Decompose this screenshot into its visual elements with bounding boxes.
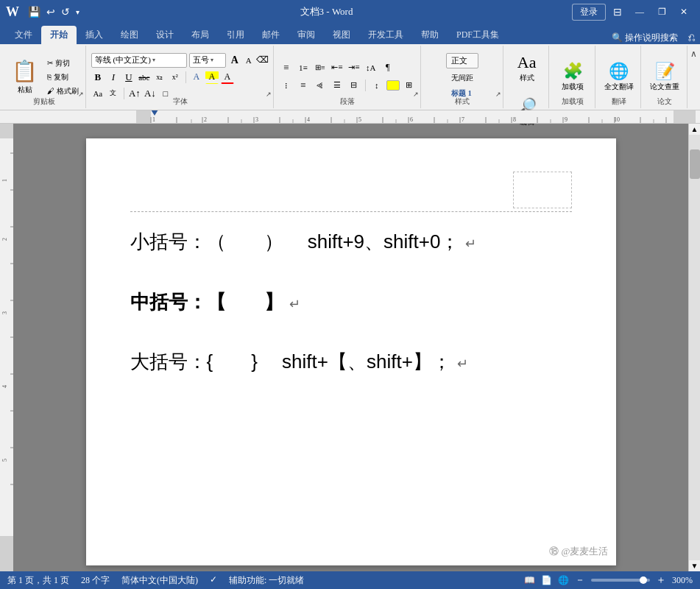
align-right-button[interactable]: ⫷ (313, 78, 328, 93)
paragraph-expand-icon[interactable]: ↗ (413, 91, 419, 98)
tab-design[interactable]: 设计 (147, 26, 183, 44)
format-painter-button[interactable]: 🖌 格式刷 (44, 85, 82, 98)
zoom-percentage[interactable]: 300% (672, 575, 693, 586)
left-vertical-ruler: 1 2 3 4 5 (0, 124, 13, 571)
style-button[interactable]: Aa 样式 (509, 47, 545, 88)
title-bar: W 💾 ↩ ↺ ▾ 文档3 - Word 登录 ⊟ — ❐ ✕ (0, 0, 700, 24)
login-button[interactable]: 登录 (572, 4, 606, 21)
increase-list-indent-button[interactable]: ⇥≡ (347, 60, 361, 75)
right-scrollbar[interactable]: ▲ ▼ (688, 124, 700, 571)
scroll-thumb[interactable] (690, 149, 700, 179)
strikethrough-button[interactable]: abc (138, 71, 151, 84)
tab-developer[interactable]: 开发工具 (359, 26, 412, 44)
show-marks-button[interactable]: ¶ (381, 60, 395, 75)
text-highlight-button[interactable]: A (205, 71, 219, 84)
paste-button[interactable]: 📋 粘贴 (7, 57, 43, 98)
check-repeat-button[interactable]: 📝 论文查重 (647, 57, 682, 98)
view-web-icon[interactable]: 🌐 (558, 575, 569, 586)
tab-insert[interactable]: 插入 (77, 26, 112, 44)
translate-icon: 🌐 (609, 62, 629, 81)
multilevel-list-button[interactable]: ⊞≡ (313, 60, 328, 75)
document-content[interactable]: 小括号：（ ） shift+9、shift+0； ↵ 中括号：【 】 ↵ 大括号… (130, 227, 572, 378)
clear-format-button[interactable]: ⌫ (256, 54, 269, 67)
styles-expand-icon[interactable]: ↗ (495, 91, 501, 98)
scroll-up-button[interactable]: ▲ (690, 124, 700, 135)
translate-button[interactable]: 🌐 全文翻译 (601, 57, 637, 98)
font-shrink-button[interactable]: A (242, 54, 255, 67)
undo-icon[interactable]: ↩ (45, 6, 57, 18)
clipboard-expand-icon[interactable]: ↗ (78, 91, 84, 98)
distribute-button[interactable]: ⊟ (347, 78, 361, 93)
font-expand-icon[interactable]: ↗ (266, 91, 272, 98)
document-page[interactable]: 小括号：（ ） shift+9、shift+0； ↵ 中括号：【 】 ↵ 大括号… (86, 138, 616, 565)
save-icon[interactable]: 💾 (26, 6, 42, 18)
para-divider (365, 80, 366, 91)
cut-button[interactable]: ✂ 剪切 (44, 57, 82, 70)
tab-draw[interactable]: 绘图 (112, 26, 147, 44)
style-no-spacing[interactable]: 无间距 (446, 71, 478, 85)
tab-home[interactable]: 开始 (41, 26, 77, 44)
shading-button[interactable] (386, 80, 400, 91)
scroll-down-button[interactable]: ▼ (690, 560, 700, 571)
zoom-slider[interactable] (591, 579, 650, 582)
minimize-button[interactable]: — (629, 1, 650, 22)
text-effects-button[interactable]: A (190, 71, 203, 84)
decrease-list-indent-button[interactable]: ⇤≡ (330, 60, 344, 75)
tab-file[interactable]: 文件 (6, 26, 41, 44)
zoom-thumb[interactable] (640, 576, 647, 584)
ruler-svg: 1 2 3 4 5 6 (136, 110, 696, 123)
view-read-icon[interactable]: 📖 (524, 575, 535, 586)
change-case-button[interactable]: Aa (91, 87, 105, 100)
sort-button[interactable]: ↕A (364, 60, 378, 75)
align-center-button[interactable]: ≡ (296, 78, 311, 93)
font-size-dropdown[interactable]: 五号 ▾ (189, 53, 226, 68)
align-left-button[interactable]: ⫶ (279, 78, 294, 93)
page-info: 第 1 页，共 1 页 (7, 574, 69, 587)
tab-view[interactable]: 视图 (324, 26, 359, 44)
tab-help[interactable]: 帮助 (412, 26, 448, 44)
numbered-list-button[interactable]: 1≡ (296, 60, 311, 75)
close-button[interactable]: ✕ (674, 1, 694, 22)
font-family-dropdown[interactable]: 等线 (中文正文) ▾ (91, 53, 187, 68)
tab-references[interactable]: 引用 (218, 26, 253, 44)
svg-rect-46 (0, 536, 13, 571)
justify-button[interactable]: ☰ (330, 78, 344, 93)
line-spacing-button[interactable]: ↕ (370, 78, 384, 93)
tab-pdf[interactable]: PDF工具集 (448, 26, 508, 44)
font-color-button[interactable]: A (221, 71, 234, 84)
ribbon-toggle-icon[interactable]: ⊟ (607, 1, 628, 22)
document-title: 文档3 - Word (300, 6, 353, 17)
scroll-track[interactable] (689, 135, 700, 560)
share-icon[interactable]: ⎌ (684, 31, 700, 44)
copy-button[interactable]: ⎘ 复制 (44, 71, 82, 84)
zoom-in-button[interactable]: ＋ (656, 574, 666, 587)
style-normal[interactable]: 正文 (446, 53, 478, 68)
redo-icon[interactable]: ↺ (60, 6, 71, 18)
underline-button[interactable]: U (122, 71, 135, 84)
superscript-button[interactable]: x² (169, 71, 182, 84)
italic-button[interactable]: I (107, 71, 120, 84)
zoom-out-button[interactable]: － (575, 574, 585, 587)
qa-more-icon[interactable]: ▾ (74, 8, 81, 16)
page-container[interactable]: 小括号：（ ） shift+9、shift+0； ↵ 中括号：【 】 ↵ 大括号… (13, 124, 688, 571)
restore-button[interactable]: ❐ (651, 1, 672, 22)
increase-indent-button[interactable]: A↑ (128, 87, 141, 100)
format-painter-label: 格式刷 (57, 86, 79, 96)
addins-button[interactable]: 🧩 加载项 (555, 57, 590, 98)
ruler-marks: 1 2 3 4 5 6 (136, 110, 696, 123)
border-button[interactable]: □ (159, 87, 172, 100)
collapse-ribbon-button[interactable]: ∧ (690, 46, 697, 108)
bold-button[interactable]: B (91, 71, 105, 84)
search-icon[interactable]: 🔍 操作说明搜索 (606, 32, 684, 44)
bullet-list-button[interactable]: ≡ (279, 60, 294, 75)
clipboard-group: 📋 粘贴 ✂ 剪切 ⎘ 复制 🖌 格式刷 剪贴板 ↗ (3, 46, 86, 108)
phonetic-guide-button[interactable]: 文 (107, 87, 120, 100)
font-divider2 (124, 88, 124, 99)
font-grow-button[interactable]: A (228, 54, 241, 67)
subscript-button[interactable]: x₂ (153, 71, 166, 84)
tab-review[interactable]: 审阅 (289, 26, 324, 44)
tab-layout[interactable]: 布局 (183, 26, 218, 44)
tab-mailings[interactable]: 邮件 (253, 26, 289, 44)
view-print-icon[interactable]: 📄 (541, 575, 552, 586)
decrease-indent-button[interactable]: A↓ (144, 87, 157, 100)
